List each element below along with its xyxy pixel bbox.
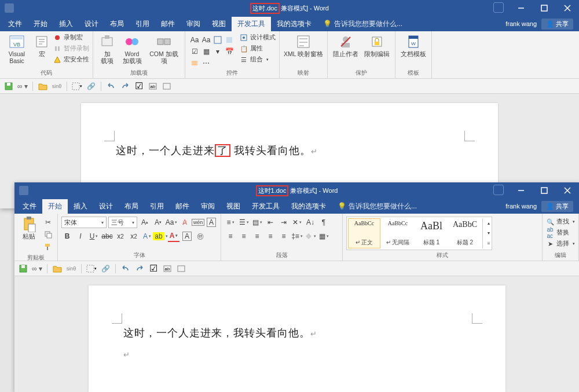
- font-size-combo[interactable]: 三号▾: [108, 217, 137, 228]
- document-text[interactable]: 这时，一个人走进来了 我转头看向他。↵: [116, 144, 463, 157]
- maximize-button[interactable]: [533, 0, 556, 16]
- font-name-combo[interactable]: 宋体▾: [61, 217, 107, 228]
- save-icon[interactable]: [3, 81, 14, 91]
- link-icon[interactable]: 🔗: [100, 263, 111, 274]
- control-combobox-icon[interactable]: ▦: [200, 46, 212, 57]
- font-color-icon[interactable]: A: [168, 230, 179, 242]
- copy-icon[interactable]: [42, 229, 54, 240]
- sine-icon[interactable]: sinθ: [66, 263, 76, 274]
- bullets-icon[interactable]: ≡: [225, 217, 236, 228]
- control-checkbox-icon[interactable]: ☑: [189, 46, 200, 57]
- increase-font-icon[interactable]: A▴: [139, 217, 151, 228]
- design-mode-button[interactable]: 设计模式: [240, 32, 276, 43]
- tab-home[interactable]: 开始: [42, 199, 68, 214]
- sort-icon[interactable]: A↓: [305, 217, 316, 228]
- frame-icon[interactable]: [162, 81, 172, 91]
- visual-basic-button[interactable]: VB Visual Basic: [3, 32, 30, 64]
- tell-me-search[interactable]: 💡 告诉我您想要做什么...: [338, 202, 417, 211]
- shading-icon[interactable]: [305, 230, 316, 242]
- properties-button[interactable]: 📋属性: [240, 43, 276, 54]
- xml-mapping-button[interactable]: XML 映射窗格: [283, 32, 324, 58]
- save-icon[interactable]: [18, 263, 28, 274]
- line-spacing-icon[interactable]: ‡≡: [291, 230, 303, 242]
- record-macro-button[interactable]: 录制宏: [53, 32, 89, 43]
- share-button[interactable]: 👤 共享: [541, 19, 573, 30]
- share-button[interactable]: 👤 共享: [541, 201, 573, 212]
- enclose-char-icon[interactable]: ㊕: [195, 230, 206, 242]
- highlight-icon[interactable]: ab: [155, 230, 166, 242]
- multilevel-icon[interactable]: ▤: [251, 217, 263, 228]
- tab-home[interactable]: 开始: [28, 17, 53, 31]
- text-form-icon[interactable]: ab: [162, 263, 173, 274]
- bold-icon[interactable]: B: [61, 230, 73, 242]
- maximize-button[interactable]: [533, 182, 556, 199]
- style-nospacing[interactable]: AaBbCc↵ 无间隔: [382, 218, 414, 248]
- anchor-toggle-icon[interactable]: ▾: [86, 263, 97, 274]
- replace-button[interactable]: abac替换: [546, 228, 575, 238]
- minimize-button[interactable]: [510, 0, 533, 16]
- control-dropdown-icon[interactable]: ▾: [212, 46, 223, 57]
- control-datepicker-icon[interactable]: 📅: [223, 46, 235, 57]
- link-icon[interactable]: 🔗: [86, 81, 96, 91]
- user-name[interactable]: frank wang: [505, 20, 537, 27]
- tab-references[interactable]: 引用: [144, 199, 170, 214]
- control-richtext-icon[interactable]: Aa: [189, 34, 200, 46]
- anchor-toggle-icon[interactable]: ▾: [72, 81, 82, 91]
- tab-design[interactable]: 设计: [93, 199, 119, 214]
- control-picture-icon[interactable]: [212, 34, 223, 46]
- control-buildingblock-icon[interactable]: [223, 34, 235, 46]
- justify-icon[interactable]: ≡: [265, 230, 276, 242]
- decrease-indent-icon[interactable]: ⇤: [265, 217, 276, 228]
- document-text[interactable]: 这时，一个人走进来，我转头看向他。↵: [123, 326, 471, 340]
- user-name[interactable]: frank wang: [505, 203, 537, 210]
- tab-design[interactable]: 设计: [79, 17, 104, 31]
- italic-icon[interactable]: I: [75, 230, 86, 242]
- char-shading-icon[interactable]: A: [181, 230, 193, 242]
- undo-icon[interactable]: [120, 263, 131, 274]
- pause-record-button[interactable]: 暂停录制: [53, 43, 89, 54]
- folder-icon[interactable]: [38, 81, 48, 91]
- strike-icon[interactable]: abc: [101, 230, 113, 242]
- style-heading2[interactable]: AaBbC标题 2: [449, 218, 481, 248]
- text-form-icon[interactable]: ab: [148, 81, 158, 91]
- subscript-icon[interactable]: x2: [115, 230, 126, 242]
- tab-file[interactable]: 文件: [17, 199, 42, 214]
- control-plaintext-icon[interactable]: Aa: [200, 34, 212, 46]
- cut-icon[interactable]: ✂: [42, 217, 54, 228]
- addins-button[interactable]: 加 载项: [97, 32, 118, 64]
- control-legacy-icon[interactable]: [189, 57, 200, 69]
- tab-developer[interactable]: 开发工具: [246, 199, 285, 214]
- styles-down-icon[interactable]: ▾: [483, 229, 494, 237]
- macro-security-button[interactable]: 宏安全性: [53, 54, 89, 65]
- tab-view[interactable]: 视图: [221, 199, 246, 214]
- tab-view[interactable]: 视图: [206, 17, 232, 31]
- block-authors-button[interactable]: 阻止作者: [331, 32, 360, 58]
- find-button[interactable]: 🔍查找▾: [546, 217, 575, 227]
- superscript-icon[interactable]: x2: [128, 230, 140, 242]
- align-left-icon[interactable]: ≡: [225, 230, 236, 242]
- redo-icon[interactable]: [120, 81, 130, 91]
- tell-me-search[interactable]: 💡 告诉我您想要做什么...: [323, 19, 402, 29]
- align-center-icon[interactable]: ≡: [238, 230, 250, 242]
- format-painter-icon[interactable]: [42, 241, 54, 252]
- text-effects-icon[interactable]: A: [141, 230, 153, 242]
- folder-icon[interactable]: [52, 263, 63, 274]
- tab-layout[interactable]: 布局: [104, 17, 130, 31]
- com-addins-button[interactable]: COM 加载项: [146, 32, 181, 64]
- show-marks-icon[interactable]: ¶: [318, 217, 329, 228]
- tab-custom[interactable]: 我的选项卡: [271, 17, 317, 31]
- tab-mailings[interactable]: 邮件: [170, 199, 195, 214]
- tab-file[interactable]: 文件: [2, 17, 28, 31]
- style-heading1[interactable]: AaBl标题 1: [415, 218, 448, 248]
- asian-layout-icon[interactable]: ✕: [291, 217, 303, 228]
- phonetic-guide-icon[interactable]: wén: [192, 217, 204, 228]
- ribbon-display-icon[interactable]: [493, 185, 504, 195]
- change-case-icon[interactable]: Aa: [166, 217, 177, 228]
- styles-gallery[interactable]: AaBbCc↵ 正文 AaBbCc↵ 无间隔 AaBl标题 1 AaBbC标题 …: [346, 217, 492, 250]
- select-button[interactable]: ➤选择▾: [546, 239, 575, 249]
- control-repeating-icon[interactable]: ⋯: [200, 57, 212, 69]
- undo-icon[interactable]: [106, 81, 116, 91]
- tab-developer[interactable]: 开发工具: [232, 17, 271, 31]
- styles-more-icon[interactable]: ≡: [483, 239, 494, 247]
- ribbon-display-icon[interactable]: [493, 2, 504, 13]
